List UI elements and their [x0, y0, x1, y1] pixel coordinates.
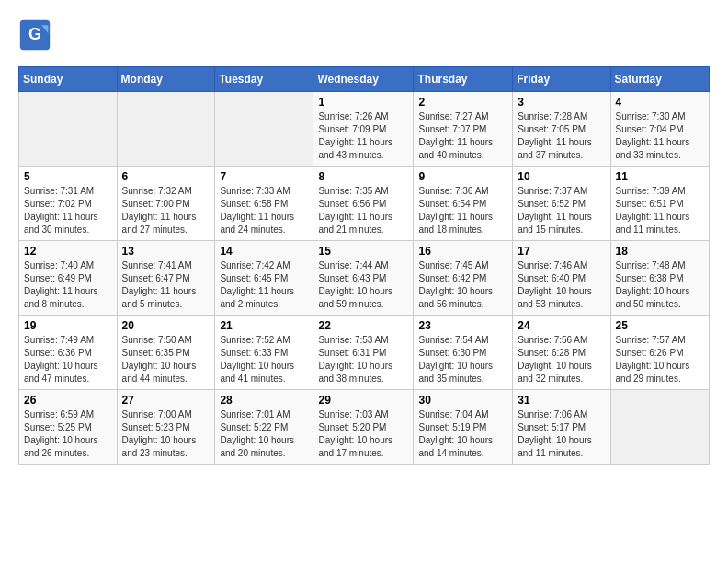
calendar-cell	[610, 390, 709, 465]
day-info: Sunrise: 7:53 AM Sunset: 6:31 PM Dayligh…	[318, 334, 408, 385]
calendar-cell: 3Sunrise: 7:28 AM Sunset: 7:05 PM Daylig…	[513, 92, 610, 167]
day-info: Sunrise: 7:33 AM Sunset: 6:58 PM Dayligh…	[220, 185, 308, 236]
calendar-cell: 19Sunrise: 7:49 AM Sunset: 6:36 PM Dayli…	[19, 316, 118, 390]
svg-text:G: G	[28, 25, 41, 43]
day-number: 9	[418, 170, 507, 183]
day-info: Sunrise: 7:37 AM Sunset: 6:52 PM Dayligh…	[518, 185, 605, 236]
calendar-cell: 25Sunrise: 7:57 AM Sunset: 6:26 PM Dayli…	[610, 316, 709, 390]
calendar-cell: 31Sunrise: 7:06 AM Sunset: 5:17 PM Dayli…	[513, 390, 610, 465]
day-number: 24	[518, 319, 605, 332]
calendar-cell	[215, 92, 313, 167]
calendar-cell: 16Sunrise: 7:45 AM Sunset: 6:42 PM Dayli…	[414, 241, 513, 316]
day-info: Sunrise: 7:40 AM Sunset: 6:49 PM Dayligh…	[24, 259, 112, 311]
day-info: Sunrise: 7:28 AM Sunset: 7:05 PM Dayligh…	[518, 110, 605, 162]
day-info: Sunrise: 7:00 AM Sunset: 5:23 PM Dayligh…	[122, 408, 210, 460]
calendar-cell: 9Sunrise: 7:36 AM Sunset: 6:54 PM Daylig…	[414, 167, 513, 241]
calendar-cell: 11Sunrise: 7:39 AM Sunset: 6:51 PM Dayli…	[610, 167, 709, 241]
calendar-cell: 23Sunrise: 7:54 AM Sunset: 6:30 PM Dayli…	[414, 316, 513, 390]
day-info: Sunrise: 7:45 AM Sunset: 6:42 PM Dayligh…	[418, 259, 507, 311]
day-info: Sunrise: 7:06 AM Sunset: 5:17 PM Dayligh…	[518, 408, 605, 460]
day-number: 2	[418, 96, 507, 109]
day-number: 20	[122, 319, 210, 332]
logo-icon: G	[18, 18, 51, 52]
calendar-cell: 21Sunrise: 7:52 AM Sunset: 6:33 PM Dayli…	[215, 316, 313, 390]
calendar-cell: 27Sunrise: 7:00 AM Sunset: 5:23 PM Dayli…	[117, 390, 215, 465]
calendar-cell: 7Sunrise: 7:33 AM Sunset: 6:58 PM Daylig…	[215, 167, 313, 241]
day-number: 19	[24, 319, 112, 332]
weekday-thursday: Thursday	[414, 67, 513, 92]
day-number: 15	[318, 245, 408, 258]
day-number: 7	[220, 170, 308, 183]
calendar-cell: 1Sunrise: 7:26 AM Sunset: 7:09 PM Daylig…	[313, 92, 414, 167]
day-number: 12	[24, 245, 112, 258]
calendar-cell: 15Sunrise: 7:44 AM Sunset: 6:43 PM Dayli…	[313, 241, 414, 316]
day-number: 21	[220, 319, 308, 332]
calendar-cell: 4Sunrise: 7:30 AM Sunset: 7:04 PM Daylig…	[610, 92, 709, 167]
day-number: 22	[318, 319, 408, 332]
day-number: 29	[318, 394, 408, 407]
day-info: Sunrise: 7:46 AM Sunset: 6:40 PM Dayligh…	[518, 259, 605, 311]
weekday-monday: Monday	[117, 67, 215, 92]
day-info: Sunrise: 7:27 AM Sunset: 7:07 PM Dayligh…	[418, 110, 507, 162]
day-number: 4	[616, 96, 704, 109]
day-number: 13	[122, 245, 210, 258]
calendar-cell: 8Sunrise: 7:35 AM Sunset: 6:56 PM Daylig…	[313, 167, 414, 241]
calendar-week-2: 5Sunrise: 7:31 AM Sunset: 7:02 PM Daylig…	[19, 167, 710, 241]
calendar-cell: 10Sunrise: 7:37 AM Sunset: 6:52 PM Dayli…	[513, 167, 610, 241]
calendar-cell: 6Sunrise: 7:32 AM Sunset: 7:00 PM Daylig…	[117, 167, 215, 241]
day-number: 11	[616, 170, 704, 183]
day-info: Sunrise: 7:39 AM Sunset: 6:51 PM Dayligh…	[616, 185, 704, 236]
day-number: 6	[122, 170, 210, 183]
calendar-cell	[19, 92, 118, 167]
day-info: Sunrise: 7:52 AM Sunset: 6:33 PM Dayligh…	[220, 334, 308, 385]
calendar-cell: 26Sunrise: 6:59 AM Sunset: 5:25 PM Dayli…	[19, 390, 118, 465]
weekday-header-row: SundayMondayTuesdayWednesdayThursdayFrid…	[19, 67, 710, 92]
day-info: Sunrise: 7:44 AM Sunset: 6:43 PM Dayligh…	[318, 259, 408, 311]
day-number: 18	[616, 245, 704, 258]
day-info: Sunrise: 7:54 AM Sunset: 6:30 PM Dayligh…	[418, 334, 507, 385]
day-number: 17	[518, 245, 605, 258]
day-info: Sunrise: 7:36 AM Sunset: 6:54 PM Dayligh…	[418, 185, 507, 236]
day-info: Sunrise: 7:03 AM Sunset: 5:20 PM Dayligh…	[318, 408, 408, 460]
calendar-cell	[117, 92, 215, 167]
day-info: Sunrise: 7:50 AM Sunset: 6:35 PM Dayligh…	[122, 334, 210, 385]
day-number: 8	[318, 170, 408, 183]
day-number: 16	[418, 245, 507, 258]
calendar-week-3: 12Sunrise: 7:40 AM Sunset: 6:49 PM Dayli…	[19, 241, 710, 316]
page-header: G	[18, 18, 710, 52]
day-number: 28	[220, 394, 308, 407]
day-info: Sunrise: 7:42 AM Sunset: 6:45 PM Dayligh…	[220, 259, 308, 311]
day-number: 30	[418, 394, 507, 407]
day-info: Sunrise: 7:04 AM Sunset: 5:19 PM Dayligh…	[418, 408, 507, 460]
calendar-week-5: 26Sunrise: 6:59 AM Sunset: 5:25 PM Dayli…	[19, 390, 710, 465]
day-number: 31	[518, 394, 605, 407]
day-info: Sunrise: 7:56 AM Sunset: 6:28 PM Dayligh…	[518, 334, 605, 385]
calendar-cell: 24Sunrise: 7:56 AM Sunset: 6:28 PM Dayli…	[513, 316, 610, 390]
day-number: 14	[220, 245, 308, 258]
calendar-cell: 17Sunrise: 7:46 AM Sunset: 6:40 PM Dayli…	[513, 241, 610, 316]
day-info: Sunrise: 7:26 AM Sunset: 7:09 PM Dayligh…	[318, 110, 408, 162]
logo: G	[18, 18, 55, 52]
calendar-cell: 14Sunrise: 7:42 AM Sunset: 6:45 PM Dayli…	[215, 241, 313, 316]
calendar-cell: 20Sunrise: 7:50 AM Sunset: 6:35 PM Dayli…	[117, 316, 215, 390]
day-info: Sunrise: 7:31 AM Sunset: 7:02 PM Dayligh…	[24, 185, 112, 236]
day-info: Sunrise: 7:41 AM Sunset: 6:47 PM Dayligh…	[122, 259, 210, 311]
calendar-body: 1Sunrise: 7:26 AM Sunset: 7:09 PM Daylig…	[19, 92, 710, 465]
day-info: Sunrise: 7:35 AM Sunset: 6:56 PM Dayligh…	[318, 185, 408, 236]
calendar-header: SundayMondayTuesdayWednesdayThursdayFrid…	[19, 67, 710, 92]
day-info: Sunrise: 7:48 AM Sunset: 6:38 PM Dayligh…	[616, 259, 704, 311]
day-number: 26	[24, 394, 112, 407]
calendar-cell: 2Sunrise: 7:27 AM Sunset: 7:07 PM Daylig…	[414, 92, 513, 167]
calendar-cell: 29Sunrise: 7:03 AM Sunset: 5:20 PM Dayli…	[313, 390, 414, 465]
calendar-cell: 12Sunrise: 7:40 AM Sunset: 6:49 PM Dayli…	[19, 241, 118, 316]
day-number: 1	[318, 96, 408, 109]
day-number: 25	[616, 319, 704, 332]
day-info: Sunrise: 7:57 AM Sunset: 6:26 PM Dayligh…	[616, 334, 704, 385]
calendar-cell: 22Sunrise: 7:53 AM Sunset: 6:31 PM Dayli…	[313, 316, 414, 390]
day-number: 5	[24, 170, 112, 183]
day-info: Sunrise: 6:59 AM Sunset: 5:25 PM Dayligh…	[24, 408, 112, 460]
weekday-sunday: Sunday	[19, 67, 118, 92]
calendar-cell: 28Sunrise: 7:01 AM Sunset: 5:22 PM Dayli…	[215, 390, 313, 465]
calendar-cell: 18Sunrise: 7:48 AM Sunset: 6:38 PM Dayli…	[610, 241, 709, 316]
weekday-saturday: Saturday	[610, 67, 709, 92]
